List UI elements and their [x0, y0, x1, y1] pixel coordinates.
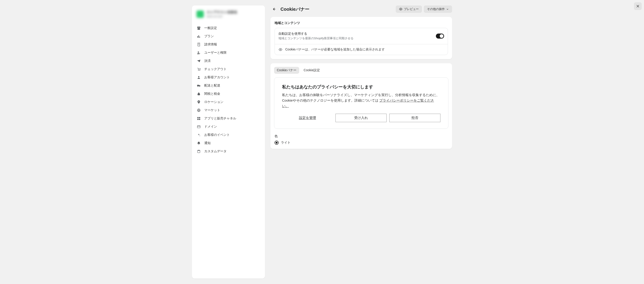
svg-point-15 — [400, 9, 401, 10]
preview-description: 私たちは、お客様の体験をパーソナライズし、マーケティングを実行し、分析情報を収集… — [282, 92, 440, 109]
color-section: 色 ライト — [270, 132, 452, 149]
preview-title: 私たちはあなたのプライバシーを大切にします — [282, 84, 440, 90]
eye-icon — [399, 7, 402, 11]
auto-setting-desc: 地域とコンテンツを最新のShopify推奨事項と同期させる — [278, 36, 432, 40]
auto-setting-label: 自動設定を使用する — [278, 32, 432, 36]
payment-icon — [196, 59, 201, 63]
store-name: ストアテスト名前名 — [206, 10, 260, 14]
sidebar-item-payments[interactable]: 決済 — [194, 57, 263, 65]
chart-icon — [196, 34, 201, 38]
manage-settings-button[interactable]: 設定を管理 — [282, 114, 333, 122]
tab-cookie-banner[interactable]: Cookieバナー — [274, 67, 299, 74]
svg-rect-13 — [198, 126, 200, 128]
money-bag-icon — [196, 92, 201, 96]
apps-icon — [196, 116, 201, 121]
sidebar-item-label: ロケーション — [204, 100, 224, 104]
eye-icon — [278, 48, 282, 52]
sidebar-item-checkout[interactable]: チェックアウト — [194, 65, 263, 73]
preview-button[interactable]: プレビュー — [396, 6, 422, 13]
accept-button[interactable]: 受け入れ — [336, 114, 386, 122]
svg-point-16 — [280, 49, 281, 50]
close-icon — [636, 4, 640, 8]
close-button[interactable] — [634, 2, 642, 10]
arrow-left-icon — [272, 7, 276, 11]
sidebar-item-label: 決済 — [204, 59, 211, 63]
info-text: Cookieバナーは、バナーが必要な地域を追加した場合に表示されます — [285, 48, 385, 52]
cookie-banner-preview: 私たちはあなたのプライバシーを大切にします 私たちは、お客様の体験をパーソナライ… — [274, 78, 448, 129]
sidebar-item-plan[interactable]: プラン — [194, 32, 263, 40]
svg-point-6 — [199, 86, 200, 87]
domain-icon — [196, 124, 201, 129]
tab-cookie-settings[interactable]: Cookie設定 — [301, 67, 323, 74]
sidebar-item-locations[interactable]: ロケーション — [194, 98, 263, 106]
auto-settings-card: 自動設定を使用する 地域とコンテンツを最新のShopify推奨事項と同期させる … — [274, 28, 448, 55]
sidebar-item-customer-accounts[interactable]: お客様アカウント — [194, 73, 263, 82]
svg-point-3 — [200, 70, 200, 71]
sidebar-item-taxes[interactable]: 関税と税金 — [194, 90, 263, 98]
sidebar-item-label: アプリと販売チャネル — [204, 116, 236, 120]
sidebar-item-label: 請求情報 — [204, 42, 217, 46]
banner-settings-card: Cookieバナー Cookie設定 私たちはあなたのプライバシーを大切にします… — [270, 63, 452, 149]
store-avatar — [196, 10, 204, 18]
sidebar-item-customer-events[interactable]: お客様のイベント — [194, 131, 263, 139]
store-url: store-url.com — [206, 15, 260, 18]
tabs: Cookieバナー Cookie設定 — [270, 63, 452, 74]
sidebar-item-shipping[interactable]: 配送と配達 — [194, 82, 263, 90]
svg-rect-12 — [199, 119, 200, 120]
sidebar-item-label: 通知 — [204, 141, 211, 145]
info-row: Cookieバナーは、バナーが必要な地域を追加した場合に表示されます — [275, 44, 448, 55]
more-actions-label: その他の操作 — [427, 7, 445, 11]
database-icon — [196, 149, 201, 154]
cart-icon — [196, 67, 201, 72]
bell-icon — [196, 141, 201, 146]
reject-button[interactable]: 拒否 — [389, 114, 440, 122]
sidebar-item-label: カスタムデータ — [204, 149, 226, 154]
svg-point-0 — [198, 52, 199, 53]
location-icon — [196, 100, 201, 104]
svg-point-4 — [198, 76, 199, 78]
color-option-light[interactable]: ライト — [274, 141, 448, 145]
svg-rect-11 — [198, 119, 198, 120]
svg-point-2 — [198, 70, 199, 71]
svg-rect-10 — [199, 117, 200, 118]
color-label: 色 — [274, 134, 448, 138]
main-content: Cookieバナー プレビュー その他の操作 地域とコンテンツ — [270, 6, 452, 278]
svg-rect-9 — [198, 117, 198, 118]
section-title: 地域とコンテンツ — [274, 21, 448, 25]
sidebar-item-label: 一般設定 — [204, 26, 217, 30]
svg-point-1 — [200, 53, 200, 54]
auto-settings-toggle[interactable] — [436, 34, 444, 38]
chevron-down-icon — [446, 8, 449, 10]
sidebar-item-label: チェックアウト — [204, 67, 226, 71]
sidebar-item-label: お客様アカウント — [204, 75, 230, 80]
truck-icon — [196, 83, 201, 88]
svg-point-14 — [198, 150, 200, 151]
sidebar-item-label: マーケット — [204, 108, 220, 112]
page-header: Cookieバナー プレビュー その他の操作 — [270, 6, 452, 13]
sidebar-item-general[interactable]: 一般設定 — [194, 24, 263, 32]
sidebar-item-markets[interactable]: マーケット — [194, 106, 263, 114]
store-header[interactable]: ストアテスト名前名 store-url.com — [192, 6, 265, 22]
radio-button — [274, 141, 279, 145]
more-actions-button[interactable]: その他の操作 — [424, 6, 452, 13]
toggle-knob — [440, 34, 444, 38]
receipt-icon — [196, 42, 201, 47]
sidebar-item-label: プラン — [204, 34, 214, 38]
radio-label: ライト — [281, 141, 290, 145]
sidebar-item-label: お客様のイベント — [204, 133, 230, 137]
sidebar-item-label: ドメイン — [204, 125, 217, 129]
sidebar-item-label: 配送と配達 — [204, 84, 220, 88]
sidebar-item-users[interactable]: ユーザーと権限 — [194, 49, 263, 57]
sidebar-item-billing[interactable]: 請求情報 — [194, 40, 263, 49]
preview-label: プレビュー — [404, 7, 419, 11]
svg-point-5 — [198, 86, 198, 87]
page-title: Cookieバナー — [280, 6, 393, 12]
sidebar-item-notifications[interactable]: 通知 — [194, 139, 263, 147]
store-icon — [196, 26, 201, 30]
back-button[interactable] — [270, 6, 278, 13]
sidebar-item-apps[interactable]: アプリと販売チャネル — [194, 114, 263, 122]
globe-icon — [196, 108, 201, 112]
sparkle-icon — [196, 133, 201, 137]
sidebar-item-custom-data[interactable]: カスタムデータ — [194, 147, 263, 156]
sidebar-item-domains[interactable]: ドメイン — [194, 122, 263, 131]
